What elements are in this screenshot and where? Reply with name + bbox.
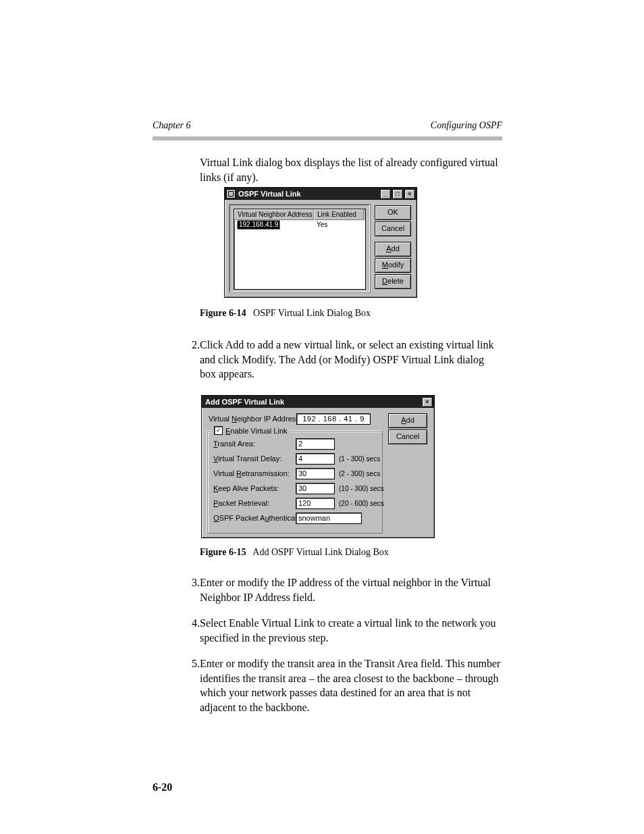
delete-button[interactable]: Delete xyxy=(375,274,411,289)
label-packet-retrieval: Packet Retrieval: xyxy=(213,499,269,507)
intro-text: Virtual Link dialog box displays the lis… xyxy=(200,155,502,184)
step5-num: 5. xyxy=(184,656,200,671)
ospf-virtual-link-dialog: OSPF Virtual Link _ □ × Virtual Neighbor… xyxy=(224,187,417,298)
step3-text: Enter or modify the IP address of the vi… xyxy=(200,575,502,604)
maximize-button[interactable]: □ xyxy=(392,189,403,199)
add-button[interactable]: Add xyxy=(375,242,411,257)
row-address: 192.168.41.9 xyxy=(237,220,280,230)
unit-retrans: (2 - 300) secs xyxy=(339,470,380,477)
virtual-link-list[interactable]: Virtual Neighbor Address Link Enabled 19… xyxy=(234,209,366,290)
label-transit-delay: Virtual Transit Delay: xyxy=(213,454,281,463)
step3-num: 3. xyxy=(184,575,200,590)
figure-2-caption: Figure 6-15 Add OSPF Virtual Link Dialog… xyxy=(200,547,389,558)
label-ip: Virtual Neighbor IP Address: xyxy=(209,415,302,423)
step5-text: Enter or modify the transit area in the … xyxy=(200,656,502,714)
app-icon xyxy=(226,189,236,199)
add-ospf-virtual-link-dialog: Add OSPF Virtual Link × Virtual Neighbor… xyxy=(201,395,435,538)
dlg1-titlebar[interactable]: OSPF Virtual Link _ □ × xyxy=(225,188,417,200)
ip-address-input[interactable]: 192 . 168 . 41 . 9 xyxy=(296,413,371,425)
minimize-button[interactable]: _ xyxy=(380,189,391,199)
add-button[interactable]: Add xyxy=(388,413,427,428)
header-section: Configuring OSPF xyxy=(431,120,502,131)
figure-1-caption: Figure 6-14 OSPF Virtual Link Dialog Box xyxy=(200,308,371,319)
cancel-button[interactable]: Cancel xyxy=(375,221,411,236)
unit-retrieve: (20 - 600) secs xyxy=(339,500,384,507)
step2-num: 2. xyxy=(184,338,200,353)
label-keep-alive: Keep Alive Packets: xyxy=(213,484,279,492)
enable-virtual-link-checkbox[interactable]: ✓ Enable Virtual Link xyxy=(212,426,290,435)
enable-virtual-link-group: ✓ Enable Virtual Link Transit Area: 2 Vi… xyxy=(207,431,383,533)
unit-delay: (1 - 300) secs xyxy=(339,455,380,463)
dlg2-titlebar[interactable]: Add OSPF Virtual Link × xyxy=(202,396,434,408)
checkbox-icon: ✓ xyxy=(214,426,223,435)
dlg2-title: Add OSPF Virtual Link xyxy=(205,398,421,406)
modify-button[interactable]: Modify xyxy=(375,258,411,273)
transit-delay-input[interactable]: 4 xyxy=(296,453,335,465)
cancel-button[interactable]: Cancel xyxy=(388,429,427,444)
transit-area-input[interactable]: 2 xyxy=(296,438,335,450)
dlg1-title: OSPF Virtual Link xyxy=(238,190,379,198)
step2-text: Click Add to add a new virtual link, or … xyxy=(200,338,502,382)
dlg1-panel: Virtual Neighbor Address Link Enabled 19… xyxy=(229,204,371,293)
page-number: 6-20 xyxy=(153,781,172,793)
close-button[interactable]: × xyxy=(422,397,433,407)
col-neighbor-address[interactable]: Virtual Neighbor Address xyxy=(234,209,314,220)
header-rule xyxy=(153,136,502,140)
step4-text: Select Enable Virtual Link to create a v… xyxy=(200,616,502,645)
retransmission-input[interactable]: 30 xyxy=(296,468,335,479)
ok-button[interactable]: OK xyxy=(375,205,411,220)
label-retransmission: Virtual Retransmission: xyxy=(213,469,290,477)
close-button[interactable]: × xyxy=(404,189,415,199)
header-chapter: Chapter 6 xyxy=(153,120,190,131)
row-enabled: Yes xyxy=(314,220,364,230)
step4-num: 4. xyxy=(184,616,200,631)
label-transit-area: Transit Area: xyxy=(213,440,255,448)
packet-retrieval-input[interactable]: 120 xyxy=(296,498,335,509)
list-row[interactable]: 192.168.41.9 Yes xyxy=(234,220,365,230)
keep-alive-input[interactable]: 30 xyxy=(296,483,335,494)
col-link-enabled[interactable]: Link Enabled xyxy=(314,209,364,220)
unit-keep: (10 - 300) secs xyxy=(339,485,384,492)
auth-key-input[interactable]: snowman xyxy=(296,513,362,524)
